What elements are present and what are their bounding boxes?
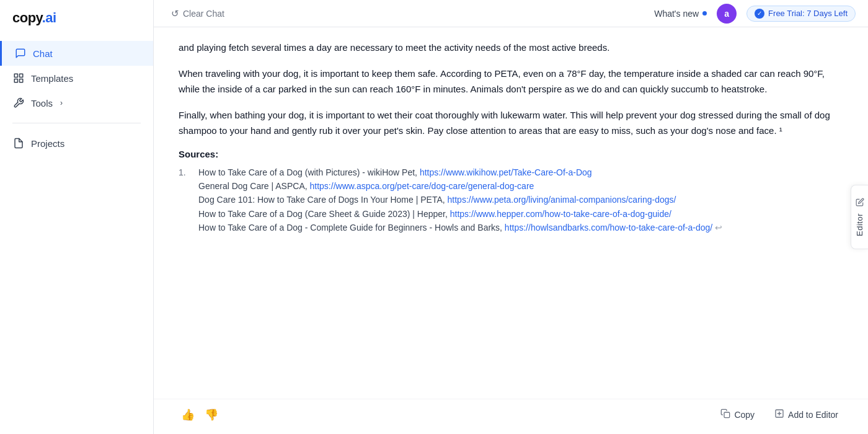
sidebar-templates-label: Templates <box>31 73 73 84</box>
vote-group: 👍 👎 <box>179 405 221 424</box>
projects-icon <box>12 137 25 149</box>
add-to-editor-button[interactable]: Add to Editor <box>769 406 843 423</box>
paragraph-1: and playing fetch several times a day ar… <box>179 40 843 56</box>
main-area: ↺ Clear Chat What's new a ✓ Free Trial: … <box>154 0 868 434</box>
logo: copy.ai <box>0 10 153 41</box>
editor-tab-icon <box>856 198 864 208</box>
message-text: and playing fetch several times a day ar… <box>179 40 843 139</box>
source-content-1: How to Take Care of a Dog (with Pictures… <box>198 166 722 235</box>
sidebar-item-projects[interactable]: Projects <box>0 131 153 156</box>
thumbs-down-button[interactable]: 👎 <box>202 405 221 424</box>
source-item-1: 1. How to Take Care of a Dog (with Pictu… <box>179 166 843 235</box>
svg-rect-2 <box>14 79 17 82</box>
sidebar-item-chat[interactable]: Chat <box>0 41 153 66</box>
svg-rect-0 <box>14 74 17 77</box>
avatar[interactable]: a <box>717 4 737 24</box>
add-to-editor-label: Add to Editor <box>788 410 838 420</box>
svg-rect-1 <box>20 74 23 77</box>
sidebar: copy.ai Chat Templates Tools › <box>0 0 154 434</box>
editor-tab[interactable]: Editor <box>851 185 868 249</box>
action-group: Copy Add to Editor <box>715 406 843 423</box>
copy-icon <box>720 409 730 421</box>
tools-icon <box>12 97 25 109</box>
clear-chat-button[interactable]: ↺ Clear Chat <box>166 6 229 22</box>
source-link-peta[interactable]: https://www.peta.org/living/animal-compa… <box>448 195 676 205</box>
clear-chat-label: Clear Chat <box>183 9 224 19</box>
copy-label: Copy <box>734 410 755 420</box>
copy-button[interactable]: Copy <box>715 406 760 423</box>
sources-header: Sources: <box>179 149 843 159</box>
sidebar-item-tools[interactable]: Tools › <box>0 91 153 115</box>
paragraph-3: Finally, when bathing your dog, it is im… <box>179 107 843 139</box>
source-link-wikihow[interactable]: https://www.wikihow.pet/Take-Care-Of-a-D… <box>420 167 592 177</box>
nav-divider <box>12 123 141 123</box>
editor-tab-label: Editor <box>855 213 864 236</box>
free-trial-badge[interactable]: ✓ Free Trial: 7 Days Left <box>746 6 856 22</box>
sidebar-item-templates[interactable]: Templates <box>0 66 153 91</box>
thumbs-up-button[interactable]: 👍 <box>179 405 197 424</box>
paragraph-2: When traveling with your dog, it is impo… <box>179 66 843 97</box>
whats-new-dot <box>702 11 707 16</box>
whats-new-label: What's new <box>654 9 699 19</box>
chat-content: and playing fetch several times a day ar… <box>154 27 868 399</box>
svg-rect-3 <box>20 79 23 82</box>
thumbs-down-icon: 👎 <box>205 409 218 421</box>
add-to-editor-icon <box>774 409 784 421</box>
logo-text: copy.ai <box>12 10 56 25</box>
action-bar: 👍 👎 Copy Add to <box>154 399 868 434</box>
thumbs-up-icon: 👍 <box>181 409 195 421</box>
tools-chevron-icon: › <box>60 99 63 107</box>
sidebar-projects-label: Projects <box>31 138 64 149</box>
avatar-initial: a <box>724 9 729 19</box>
return-symbol: ↩ <box>715 223 722 232</box>
whats-new-button[interactable]: What's new <box>654 9 707 19</box>
svg-rect-4 <box>724 412 730 418</box>
source-num-1: 1. <box>179 166 193 235</box>
source-link-hepper[interactable]: https://www.hepper.com/how-to-take-care-… <box>450 209 671 219</box>
sidebar-chat-label: Chat <box>33 48 53 59</box>
check-icon: ✓ <box>755 9 764 19</box>
sidebar-tools-label: Tools <box>31 98 53 108</box>
source-link-aspca[interactable]: https://www.aspca.org/pet-care/dog-care/… <box>310 181 534 191</box>
logo-suffix: .ai <box>42 10 56 25</box>
top-right: What's new a ✓ Free Trial: 7 Days Left <box>654 4 856 24</box>
chat-icon <box>14 47 27 60</box>
refresh-icon: ↺ <box>171 8 179 19</box>
free-trial-label: Free Trial: 7 Days Left <box>768 9 848 18</box>
top-bar: ↺ Clear Chat What's new a ✓ Free Trial: … <box>154 0 868 27</box>
source-link-howls[interactable]: https://howlsandbarks.com/how-to-take-ca… <box>505 223 712 232</box>
sources-list: 1. How to Take Care of a Dog (with Pictu… <box>179 166 843 235</box>
templates-icon <box>12 72 25 84</box>
